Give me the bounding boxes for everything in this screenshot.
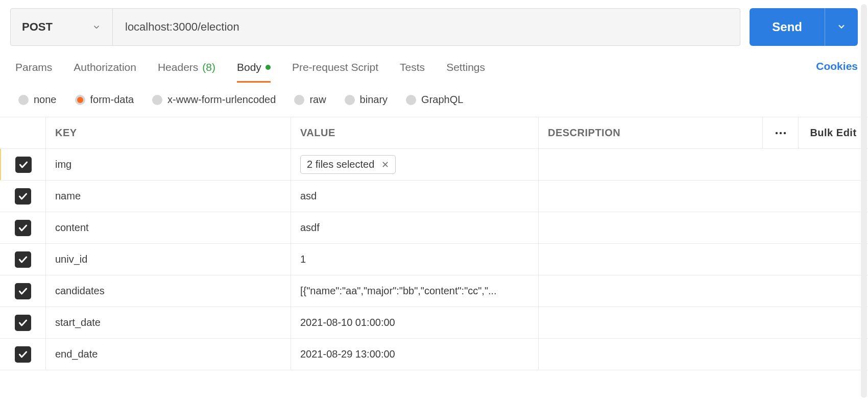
radio-label: GraphQL: [421, 94, 463, 106]
radio-icon: [294, 95, 304, 105]
row-key-cell[interactable]: candidates: [46, 275, 291, 307]
svg-point-1: [779, 132, 781, 134]
table-row: start_date2021-08-10 01:00:00: [0, 307, 868, 339]
row-checkbox-cell: [0, 339, 46, 370]
row-checkbox-cell: [0, 181, 46, 212]
body-type-raw[interactable]: raw: [294, 94, 326, 106]
radio-icon: [406, 95, 416, 105]
table-row: contentasdf: [0, 212, 868, 244]
method-url-group: POST: [10, 8, 740, 46]
radio-icon: [18, 95, 29, 105]
table-row: img2 files selected✕: [0, 149, 868, 181]
th-label: DESCRIPTION: [548, 127, 620, 139]
th-label: KEY: [55, 127, 77, 139]
svg-point-0: [775, 132, 777, 134]
row-value-cell[interactable]: 2021-08-29 13:00:00: [291, 339, 539, 370]
tab-settings[interactable]: Settings: [446, 57, 485, 83]
col-desc-header: DESCRIPTION: [539, 117, 763, 148]
bulk-edit-button[interactable]: Bulk Edit: [799, 117, 868, 148]
radio-label: form-data: [90, 94, 134, 106]
body-type-binary[interactable]: binary: [345, 94, 388, 106]
cookies-label: Cookies: [816, 60, 858, 72]
send-button[interactable]: Send: [750, 8, 825, 46]
row-value-cell[interactable]: 1: [291, 244, 539, 275]
table-row: nameasd: [0, 181, 868, 212]
row-value-cell[interactable]: asdf: [291, 212, 539, 243]
body-type-graphql[interactable]: GraphQL: [406, 94, 463, 106]
tab-headers[interactable]: Headers(8): [158, 57, 215, 83]
tab-label: Params: [15, 61, 52, 73]
send-dropdown[interactable]: [825, 8, 858, 46]
row-key-cell[interactable]: end_date: [46, 339, 291, 370]
request-url-row: POST Send: [0, 0, 868, 52]
file-chip[interactable]: 2 files selected✕: [300, 155, 396, 174]
more-dots-icon: [775, 130, 786, 136]
cookies-link[interactable]: Cookies: [816, 60, 858, 80]
tab-label: Headers: [158, 61, 198, 73]
row-checkbox[interactable]: [15, 346, 31, 363]
row-checkbox[interactable]: [15, 315, 31, 331]
tabs: Params Authorization Headers(8) Body Pre…: [15, 57, 485, 83]
table-header-row: KEY VALUE DESCRIPTION Bulk Edit: [0, 117, 868, 149]
bulk-edit-label: Bulk Edit: [810, 127, 856, 139]
row-desc-cell[interactable]: [539, 212, 868, 243]
table-row: end_date2021-08-29 13:00:00: [0, 339, 868, 370]
url-input[interactable]: [113, 9, 740, 45]
row-desc-cell[interactable]: [539, 181, 868, 212]
row-key-cell[interactable]: univ_id: [46, 244, 291, 275]
row-checkbox[interactable]: [15, 157, 32, 173]
radio-label: x-www-form-urlencoded: [167, 94, 276, 106]
row-key-cell[interactable]: start_date: [46, 307, 291, 338]
row-desc-cell[interactable]: [539, 244, 868, 275]
tab-prerequest[interactable]: Pre-request Script: [292, 57, 378, 83]
radio-icon: [345, 95, 355, 105]
svg-point-2: [783, 132, 785, 134]
tab-label: Tests: [400, 61, 425, 73]
row-checkbox[interactable]: [15, 251, 31, 268]
body-type-none[interactable]: none: [18, 94, 57, 106]
row-checkbox[interactable]: [15, 188, 31, 205]
tab-tests[interactable]: Tests: [400, 57, 425, 83]
row-checkbox-cell: [0, 307, 46, 338]
tab-label: Authorization: [74, 61, 136, 73]
row-value-cell[interactable]: asd: [291, 181, 539, 212]
row-key-cell[interactable]: name: [46, 181, 291, 212]
method-select[interactable]: POST: [11, 9, 113, 45]
row-checkbox-cell: [0, 244, 46, 275]
close-icon[interactable]: ✕: [381, 159, 389, 170]
row-value-cell[interactable]: [{"name":"aa","major":"bb","content":"cc…: [291, 275, 539, 307]
row-checkbox[interactable]: [15, 283, 31, 299]
chevron-down-icon: [92, 22, 101, 32]
table-row: candidates[{"name":"aa","major":"bb","co…: [0, 275, 868, 307]
radio-label: binary: [360, 94, 388, 106]
row-key-cell[interactable]: img: [46, 149, 291, 180]
more-options-button[interactable]: [763, 117, 799, 148]
form-data-table: KEY VALUE DESCRIPTION Bulk Edit img2 fil…: [0, 117, 868, 370]
radio-icon: [152, 95, 162, 105]
row-key-cell[interactable]: content: [46, 212, 291, 243]
body-type-row: none form-data x-www-form-urlencoded raw…: [0, 83, 868, 117]
body-type-form-data[interactable]: form-data: [75, 94, 134, 106]
row-desc-cell[interactable]: [539, 275, 868, 307]
app-root: POST Send Params Authorization Headers(8…: [0, 0, 868, 370]
row-value-cell[interactable]: 2021-08-10 01:00:00: [291, 307, 539, 338]
row-value-cell[interactable]: 2 files selected✕: [291, 149, 539, 180]
row-checkbox[interactable]: [15, 220, 31, 236]
tab-label: Body: [237, 61, 261, 73]
th-label: VALUE: [300, 127, 335, 139]
tab-authorization[interactable]: Authorization: [74, 57, 136, 83]
dot-indicator-icon: [266, 65, 271, 70]
radio-label: none: [34, 94, 57, 106]
row-checkbox-cell: [0, 149, 46, 180]
tab-body[interactable]: Body: [237, 57, 271, 83]
send-button-group: Send: [750, 8, 858, 46]
tabs-row: Params Authorization Headers(8) Body Pre…: [0, 52, 868, 83]
row-desc-cell[interactable]: [539, 149, 868, 180]
col-check-header: [0, 117, 46, 148]
row-desc-cell[interactable]: [539, 339, 868, 370]
row-desc-cell[interactable]: [539, 307, 868, 338]
tab-params[interactable]: Params: [15, 57, 52, 83]
tab-label: Settings: [446, 61, 485, 73]
body-type-urlencoded[interactable]: x-www-form-urlencoded: [152, 94, 276, 106]
scrollbar[interactable]: [861, 4, 867, 370]
